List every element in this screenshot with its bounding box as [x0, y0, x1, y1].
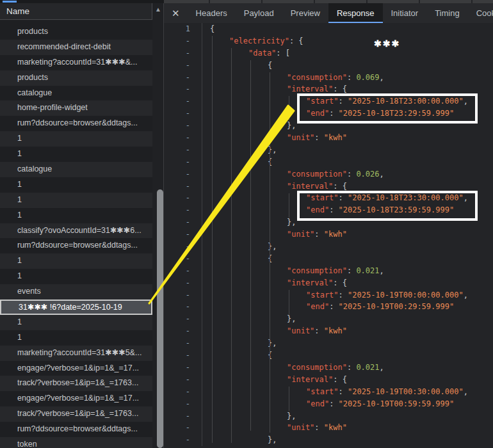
- gutter-line-number: -: [164, 95, 202, 108]
- request-row[interactable]: 1: [0, 330, 152, 346]
- gutter-line-number: -: [164, 192, 202, 204]
- request-row[interactable]: engage/?verbose=1&ip=1&_=17...: [0, 391, 152, 406]
- request-row[interactable]: 1: [0, 177, 152, 193]
- code-line: -},: [164, 144, 493, 156]
- request-row[interactable]: products: [0, 70, 152, 86]
- code-line: -"unit": "kwh": [164, 422, 493, 434]
- code-line: -"unit": "kwh": [164, 325, 493, 337]
- tab-response[interactable]: Response: [328, 3, 383, 23]
- tab-timing[interactable]: Timing: [426, 3, 468, 23]
- request-row[interactable]: token: [0, 437, 152, 448]
- gutter-line-number: -: [164, 398, 202, 410]
- gutter-line-number: -: [164, 168, 202, 180]
- gutter-line-number: -: [164, 410, 202, 422]
- gutter-line-number: -: [164, 386, 202, 398]
- gutter-line-number: -: [164, 72, 202, 84]
- gutter-line-number: -: [164, 144, 202, 156]
- request-row[interactable]: events: [0, 284, 152, 300]
- code-line: -"consumption": 0.021,: [164, 362, 493, 374]
- tab-initiator[interactable]: Initiator: [383, 3, 427, 23]
- request-row[interactable]: 1: [0, 147, 152, 162]
- gutter-line-number: -: [164, 108, 202, 120]
- request-row[interactable]: 1: [0, 193, 152, 208]
- indent-guide: [250, 60, 251, 431]
- gutter-line-number: -: [164, 362, 202, 374]
- request-row[interactable]: track/?verbose=1&ip=1&_=1763...: [0, 376, 152, 391]
- request-row[interactable]: products: [0, 24, 152, 40]
- request-row[interactable]: 1: [0, 269, 152, 284]
- gutter-line-number: -: [164, 349, 202, 362]
- gutter-line-number: -: [164, 180, 202, 193]
- request-row-selected[interactable]: 31✱✱✱ !6?date=2025-10-19: [0, 300, 152, 315]
- detail-tabbar: ✕ HeadersPayloadPreviewResponseInitiator…: [164, 3, 493, 23]
- gutter-line-number: -: [164, 83, 202, 95]
- request-list-sidebar: Name ▲ productsrecommended-direct-debitm…: [0, 0, 164, 448]
- indent-guide: [231, 48, 232, 443]
- scroll-up-icon[interactable]: ▲: [153, 4, 163, 15]
- request-row[interactable]: track/?verbose=1&ip=1&_=1763...: [0, 406, 152, 422]
- code-line: -"consumption": 0.026,: [164, 168, 493, 180]
- request-row[interactable]: home-profile-widget: [0, 100, 152, 116]
- code-line: -"unit": "kwh": [164, 132, 493, 144]
- indent-guide: [289, 96, 289, 120]
- tab-payload[interactable]: Payload: [236, 3, 282, 23]
- request-detail-panel: ✕ HeadersPayloadPreviewResponseInitiator…: [164, 0, 493, 448]
- filter-active-indicator: [3, 1, 17, 3]
- code-line: -"start": "2025-10-19T00:30:00.000",: [164, 386, 493, 398]
- response-json-viewer: 1{-"electricity": {-"data": [-{-"consump…: [164, 23, 493, 448]
- code-line: -"consumption": 0.069,: [164, 72, 493, 84]
- code-line: -},: [164, 337, 493, 349]
- request-row[interactable]: catalogue: [0, 162, 152, 177]
- code-line: -{: [164, 156, 493, 168]
- code-line: -"end": "2025-10-19T00:29:59.999": [164, 301, 493, 313]
- code-line: -"electricity": {: [164, 35, 493, 47]
- gutter-line-number: -: [164, 120, 202, 132]
- sidebar-scrollbar-thumb[interactable]: [157, 189, 163, 448]
- gutter-line-number: -: [164, 216, 202, 228]
- gutter-line-number: -: [164, 301, 202, 313]
- gutter-line-number: -: [164, 60, 202, 72]
- gutter-line-number: -: [164, 156, 202, 168]
- request-row[interactable]: engage/?verbose=1&ip=1&_=17...: [0, 361, 152, 376]
- code-line: -},: [164, 410, 493, 422]
- name-column-header[interactable]: Name: [0, 3, 152, 20]
- gutter-line-number: -: [164, 277, 202, 289]
- request-row[interactable]: 1: [0, 208, 152, 223]
- request-row[interactable]: recommended-direct-debit: [0, 40, 152, 55]
- tab-preview[interactable]: Preview: [282, 3, 328, 23]
- gutter-line-number: -: [164, 434, 202, 446]
- request-row[interactable]: 1: [0, 131, 152, 147]
- tab-cookies[interactable]: Cookies: [468, 3, 493, 23]
- gutter-line-number: -: [164, 374, 202, 386]
- tab-headers[interactable]: Headers: [188, 3, 236, 23]
- indent-guide: [270, 72, 270, 433]
- gutter-line-number: -: [164, 313, 202, 325]
- request-row[interactable]: marketing?accountId=31✱✱✱&...: [0, 55, 152, 70]
- close-icon[interactable]: ✕: [172, 3, 180, 23]
- code-line: -"consumption": 0.021,: [164, 265, 493, 277]
- code-line: -"data": [: [164, 47, 493, 60]
- gutter-line-number: -: [164, 422, 202, 434]
- request-row[interactable]: rum?ddsource=browser&ddtags...: [0, 422, 152, 437]
- request-row[interactable]: catalogue: [0, 86, 152, 101]
- request-row[interactable]: rum?ddsource=browser&ddtags...: [0, 238, 152, 253]
- code-line: -{: [164, 253, 493, 265]
- gutter-line-number: -: [164, 337, 202, 349]
- gutter-line-number: -: [164, 228, 202, 241]
- code-line: -"interval": {: [164, 277, 493, 289]
- annotation-mask-asterisks: ✱✱✱: [374, 38, 400, 49]
- gutter-line-number: -: [164, 47, 202, 60]
- request-row[interactable]: rum?ddsource=browser&ddtags...: [0, 116, 152, 131]
- request-row[interactable]: 1: [0, 253, 152, 269]
- request-row[interactable]: classify?ovoAccountId=31✱✱✱6...: [0, 223, 152, 239]
- gutter-line-number: -: [164, 253, 202, 265]
- code-line: -"unit": "kwh": [164, 228, 493, 241]
- request-row[interactable]: marketing?accountId=31✱✱✱5&...: [0, 346, 152, 361]
- annotation-highlight-box-1: [297, 93, 478, 124]
- request-row[interactable]: 1: [0, 315, 152, 330]
- code-line: -{: [164, 60, 493, 72]
- code-line: -},: [164, 434, 493, 446]
- gutter-line-number: -: [164, 204, 202, 216]
- code-line: -"start": "2025-10-19T00:00:00.000",: [164, 289, 493, 301]
- gutter-line-number: -: [164, 35, 202, 47]
